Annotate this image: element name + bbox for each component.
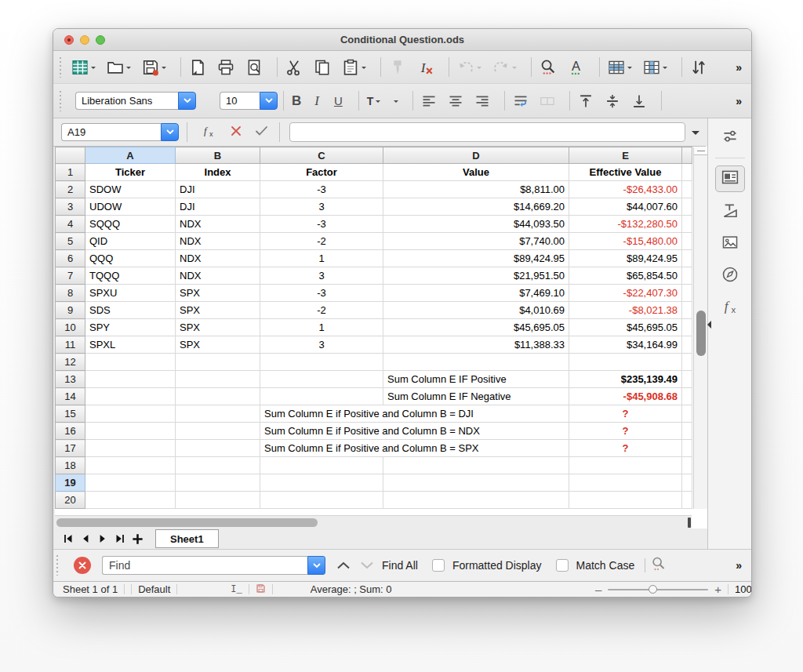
row-header-12[interactable]: 12	[56, 354, 85, 371]
zoom-window-button[interactable]	[96, 35, 105, 45]
cell-E6[interactable]: $89,424.95	[569, 250, 682, 267]
cell-E5[interactable]: -$15,480.00	[569, 233, 682, 250]
cell-A15[interactable]	[85, 405, 176, 423]
wrap-text-button[interactable]	[511, 92, 531, 111]
cell-A17[interactable]	[85, 440, 176, 457]
cell-B11[interactable]: SPX	[176, 336, 260, 354]
selection-summary-status[interactable]: Average: ; Sum: 0	[311, 583, 392, 595]
cell-E20[interactable]	[569, 492, 682, 509]
cell-C9[interactable]: -2	[260, 302, 383, 319]
expand-formula-bar-icon[interactable]	[692, 131, 699, 139]
cell-D1[interactable]: Value	[383, 164, 569, 181]
zoom-slider[interactable]	[608, 589, 708, 590]
row-header-20[interactable]: 20	[56, 492, 85, 509]
row-header-10[interactable]: 10	[56, 319, 85, 336]
row-header-3[interactable]: 3	[56, 198, 85, 216]
row-header-8[interactable]: 8	[56, 285, 85, 302]
underline-button[interactable]: U	[330, 93, 347, 109]
cell-E9[interactable]: -$8,021.38	[569, 302, 682, 319]
find-previous-button[interactable]	[336, 561, 351, 570]
cell-A8[interactable]: SPXU	[85, 285, 176, 302]
chevron-down-icon[interactable]	[126, 67, 131, 71]
chevron-down-icon[interactable]	[512, 67, 517, 71]
name-box[interactable]: A19	[61, 123, 179, 141]
cell-B8[interactable]: SPX	[176, 285, 260, 302]
find-and-replace-icon[interactable]	[651, 556, 667, 575]
chevron-down-icon[interactable]	[362, 67, 366, 71]
row-header-2[interactable]: 2	[56, 181, 85, 198]
sidebar-tab-properties[interactable]	[715, 165, 745, 192]
row-header-4[interactable]: 4	[56, 216, 85, 233]
chevron-down-icon[interactable]	[663, 67, 667, 71]
cell-C1[interactable]: Factor	[260, 164, 383, 181]
chevron-down-icon[interactable]	[394, 100, 398, 105]
cell-partial-13[interactable]	[682, 371, 692, 388]
column-header-E[interactable]: E	[569, 147, 682, 164]
cell-B13[interactable]	[176, 371, 260, 388]
row-header-6[interactable]: 6	[56, 250, 85, 267]
cell-E14[interactable]: -$45,908.68	[569, 388, 682, 405]
cell-B6[interactable]: NDX	[176, 250, 260, 267]
cell-partial-1[interactable]	[682, 164, 692, 181]
cell-D2[interactable]: $8,811.00	[383, 181, 569, 198]
cell-partial-11[interactable]	[682, 336, 692, 354]
close-find-bar-button[interactable]	[74, 557, 91, 574]
cell-E8[interactable]: -$22,407.30	[569, 285, 682, 302]
cell-E3[interactable]: $44,007.60	[569, 198, 682, 216]
align-bottom-button[interactable]	[629, 92, 649, 111]
sidebar-tab-navigator[interactable]	[716, 263, 744, 289]
cell-partial-5[interactable]	[682, 233, 692, 250]
cell-C7[interactable]: 3	[260, 267, 383, 285]
row-header-16[interactable]: 16	[56, 423, 85, 440]
split-window-handle[interactable]	[694, 147, 708, 155]
cell-D18[interactable]	[383, 457, 569, 474]
italic-button[interactable]: I	[310, 92, 324, 111]
cell-D11[interactable]: $11,388.33	[383, 336, 569, 354]
zoom-slider-knob[interactable]	[649, 585, 657, 594]
cell-A12[interactable]	[85, 354, 176, 371]
cell-B19[interactable]	[176, 474, 260, 492]
cell-A7[interactable]: TQQQ	[85, 267, 176, 285]
cell-E17[interactable]: ?	[569, 440, 682, 457]
open-button[interactable]	[104, 57, 133, 78]
cell-C14[interactable]	[260, 388, 383, 405]
find-next-button[interactable]	[360, 561, 374, 570]
split-window-handle[interactable]	[688, 518, 691, 528]
find-input[interactable]	[102, 556, 325, 575]
align-left-button[interactable]	[419, 92, 439, 111]
last-sheet-button[interactable]	[111, 531, 129, 547]
cell-D12[interactable]	[383, 354, 569, 371]
cell-partial-4[interactable]	[682, 216, 692, 233]
column-header-partial[interactable]	[682, 147, 692, 164]
minimize-window-button[interactable]	[80, 35, 89, 45]
cell-D9[interactable]: $4,010.69	[383, 302, 569, 319]
center-vertically-button[interactable]	[602, 92, 623, 111]
zoom-out-button[interactable]: –	[595, 583, 601, 596]
document-modified-icon[interactable]	[256, 583, 266, 596]
chevron-down-icon[interactable]	[162, 67, 166, 71]
copy-button[interactable]	[311, 57, 333, 78]
cell-E13[interactable]: $235,139.49	[569, 371, 682, 388]
cell-A9[interactable]: SDS	[85, 302, 176, 319]
cell-partial-10[interactable]	[682, 319, 692, 336]
cell-D8[interactable]: $7,469.10	[383, 285, 569, 302]
toolbar-drag-handle[interactable]	[56, 555, 59, 576]
row-header-17[interactable]: 17	[56, 440, 85, 457]
cell-B9[interactable]: SPX	[176, 302, 260, 319]
cell-A14[interactable]	[85, 388, 176, 405]
cell-partial-14[interactable]	[682, 388, 692, 405]
cell-partial-8[interactable]	[682, 285, 692, 302]
align-right-button[interactable]	[472, 92, 492, 111]
cell-A20[interactable]	[85, 492, 176, 509]
print-preview-button[interactable]	[243, 57, 265, 78]
cell-C12[interactable]	[260, 354, 383, 371]
previous-sheet-button[interactable]	[77, 531, 94, 547]
clear-formatting-button[interactable]: I	[415, 57, 437, 78]
cell-E15[interactable]: ?	[569, 405, 682, 423]
column-header-C[interactable]: C	[260, 147, 383, 164]
horizontal-scrollbar-thumb[interactable]	[56, 518, 318, 527]
cell-A11[interactable]: SPXL	[85, 336, 176, 354]
cell-partial-16[interactable]	[682, 423, 692, 440]
chevron-down-icon[interactable]	[307, 556, 325, 575]
cell-D13[interactable]: Sum Column E IF Positive	[383, 371, 569, 388]
